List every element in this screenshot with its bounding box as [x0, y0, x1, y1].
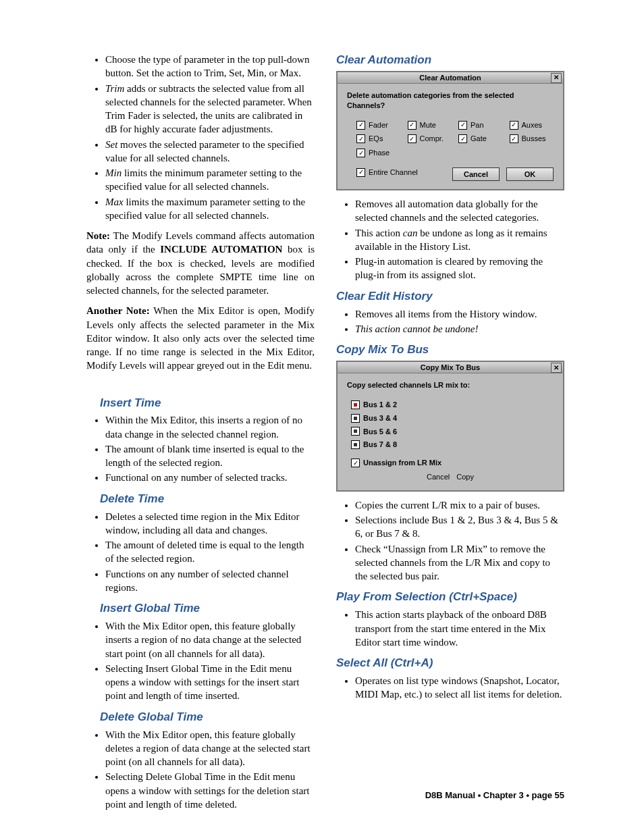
copy-button[interactable]: Copy [456, 472, 474, 482]
list-item: With the Mix Editor open, this feature g… [105, 619, 315, 660]
cancel-button[interactable]: Cancel [427, 472, 450, 482]
radio-bus-3-4[interactable]: Bus 3 & 4 [351, 413, 554, 423]
checkbox-grid: Fader Mute Pan Auxes EQs Compr. Gate Bus… [347, 120, 554, 159]
list-item: Choose the type of parameter in the top … [105, 53, 315, 80]
list-item: Set moves the selected parameter to the … [105, 138, 315, 165]
list-item: Removes all automation data globally for… [355, 197, 564, 225]
list-item: Selecting Delete Global Time in the Edit… [105, 770, 315, 811]
list-item: Selecting Insert Global Time in the Edit… [105, 662, 315, 703]
section-heading: Clear Edit History [336, 289, 564, 305]
checkbox-gate[interactable]: Gate [458, 134, 503, 144]
section-heading: Select All (Ctrl+A) [336, 656, 564, 671]
right-column: Clear Automation Clear Automation ✕ Dele… [336, 53, 564, 818]
section-heading: Clear Automation [336, 53, 564, 68]
bullet-list: Deletes a selected time region in the Mi… [86, 510, 315, 595]
ok-button[interactable]: OK [506, 167, 554, 181]
radio-bus-5-6[interactable]: Bus 5 & 6 [351, 427, 554, 437]
list-item: Copies the current L/R mix to a pair of … [355, 498, 564, 512]
radio-bus-7-8[interactable]: Bus 7 & 8 [351, 440, 554, 450]
dialog-prompt: Copy selected channels LR mix to: [347, 380, 554, 390]
radio-bus-1-2[interactable]: Bus 1 & 2 [351, 400, 554, 410]
bullet-list: Copies the current L/R mix to a pair of … [336, 498, 564, 583]
dialog-prompt: Delete automation categories from the se… [347, 90, 554, 111]
note-paragraph: Another Note: When the Mix Editor is ope… [86, 304, 315, 372]
section-heading: Insert Time [86, 396, 315, 411]
checkbox-fader[interactable]: Fader [356, 120, 401, 130]
list-item: Selections include Bus 1 & 2, Bus 3 & 4,… [355, 513, 564, 541]
clear-automation-dialog: Clear Automation ✕ Delete automation cat… [336, 71, 564, 190]
checkbox-mute[interactable]: Mute [408, 120, 452, 130]
checkbox-unassign[interactable]: Unassign from LR Mix [351, 458, 554, 468]
dialog-title-text: Clear Automation [419, 73, 481, 83]
section-heading: Delete Time [86, 492, 315, 507]
bullet-list: With the Mix Editor open, this feature g… [86, 728, 315, 812]
list-item: Removes all items from the History windo… [355, 307, 564, 321]
close-icon[interactable]: ✕ [551, 363, 562, 373]
dialog-title-text: Copy Mix To Bus [421, 363, 480, 373]
list-item: Functions on any number of selected chan… [105, 567, 315, 595]
bullet-list: Within the Mix Editor, this inserts a re… [86, 413, 315, 484]
close-icon[interactable]: ✕ [551, 73, 562, 83]
checkbox-entire-channel[interactable]: Entire Channel [356, 167, 418, 178]
list-item: The amount of deleted time is equal to t… [105, 538, 315, 566]
list-item: Functional on any number of selected tra… [105, 471, 315, 484]
checkbox-eqs[interactable]: EQs [356, 134, 401, 144]
list-item: This action can be undone as long as it … [355, 226, 564, 254]
checkbox-busses[interactable]: Busses [510, 134, 554, 144]
list-item: This action starts playback of the onboa… [355, 608, 564, 649]
bullet-list: This action starts playback of the onboa… [336, 608, 564, 649]
list-item: Min limits the minimum parameter setting… [105, 166, 315, 194]
list-item: Plug-in automation is cleared by removin… [355, 255, 564, 282]
manual-page: Choose the type of parameter in the top … [0, 0, 644, 834]
left-column: Choose the type of parameter in the top … [86, 53, 315, 818]
list-item: Trim adds or subtracts the selected valu… [105, 82, 315, 136]
bullet-list: Removes all automation data globally for… [336, 197, 564, 282]
checkbox-compr[interactable]: Compr. [408, 134, 452, 144]
intro-bullet-list: Choose the type of parameter in the top … [86, 53, 315, 222]
list-item: This action cannot be undone! [355, 322, 564, 336]
list-item: Operates on list type windows (Snapshot,… [355, 674, 564, 702]
bullet-list: Operates on list type windows (Snapshot,… [336, 674, 564, 702]
cancel-button[interactable]: Cancel [452, 167, 500, 181]
list-item: With the Mix Editor open, this feature g… [105, 728, 315, 769]
section-heading: Insert Global Time [86, 601, 315, 617]
section-heading: Play From Selection (Ctrl+Space) [336, 590, 564, 605]
bullet-list: Removes all items from the History windo… [336, 307, 564, 336]
dialog-titlebar: Clear Automation ✕ [338, 72, 563, 84]
section-heading: Copy Mix To Bus [336, 342, 564, 358]
copy-mix-dialog: Copy Mix To Bus ✕ Copy selected channels… [336, 361, 564, 492]
note-paragraph: Note: The Modify Levels command affects … [86, 229, 315, 297]
list-item: Within the Mix Editor, this inserts a re… [105, 413, 315, 441]
list-item: The amount of blank time inserted is equ… [105, 442, 315, 470]
section-heading: Delete Global Time [86, 710, 315, 725]
list-item: Deletes a selected time region in the Mi… [105, 510, 315, 538]
bullet-list: With the Mix Editor open, this feature g… [86, 619, 315, 703]
list-item: Check “Unassign from LR Mix” to remove t… [355, 542, 564, 583]
checkbox-auxes[interactable]: Auxes [510, 120, 554, 130]
list-item: Max limits the maximum parameter setting… [105, 195, 315, 223]
checkbox-pan[interactable]: Pan [458, 120, 503, 130]
page-footer: D8B Manual • Chapter 3 • page 55 [425, 789, 564, 802]
dialog-titlebar: Copy Mix To Bus ✕ [338, 362, 563, 373]
checkbox-phase[interactable]: Phase [356, 148, 401, 158]
